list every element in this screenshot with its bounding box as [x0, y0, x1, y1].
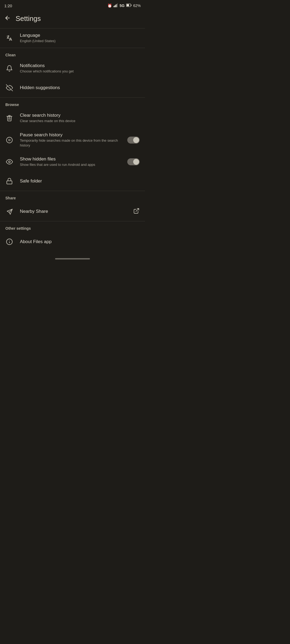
- notifications-text: Notifications Choose which notifications…: [20, 63, 140, 74]
- about-files-app-title: About Files app: [20, 239, 140, 244]
- lock-icon: [5, 178, 13, 185]
- nearby-icon: [5, 208, 13, 215]
- about-files-app-item[interactable]: About Files app: [0, 232, 145, 251]
- eye-off-icon: [5, 84, 13, 91]
- svg-rect-1: [115, 5, 115, 7]
- share-section-label: Share: [0, 191, 145, 202]
- show-hidden-files-text: Show hidden files Show files that are us…: [20, 156, 121, 167]
- language-title: Language: [20, 33, 140, 38]
- notifications-title: Notifications: [20, 63, 140, 68]
- battery-icon: [126, 3, 132, 8]
- svg-rect-2: [116, 4, 117, 7]
- alarm-icon: ⏰: [107, 3, 112, 8]
- external-link-icon: [133, 208, 140, 215]
- language-text: Language English (United States): [20, 33, 140, 43]
- other-settings-section: Other settings About Files app: [0, 221, 145, 251]
- home-indicator: [55, 258, 90, 259]
- status-time: 1:20: [4, 3, 12, 8]
- bell-icon: [5, 65, 13, 72]
- show-hidden-files-subtitle: Show files that are used to run Android …: [20, 162, 121, 167]
- nearby-share-text: Nearby Share: [20, 209, 127, 214]
- svg-point-9: [6, 137, 12, 143]
- show-hidden-files-title: Show hidden files: [20, 156, 121, 162]
- status-right: ⏰ 5G 62%: [107, 3, 141, 8]
- status-bar: 1:20 ⏰ 5G 62%: [0, 0, 145, 11]
- pause-search-history-toggle-knob: [133, 137, 139, 143]
- eye-icon: [5, 158, 13, 165]
- pause-search-history-item[interactable]: Pause search history Temporarily hide se…: [0, 128, 145, 152]
- clear-search-history-text: Clear search history Clear searches made…: [20, 113, 140, 123]
- safe-folder-text: Safe folder: [20, 178, 140, 184]
- pause-search-history-subtitle: Temporarily hide searches made on this d…: [20, 138, 121, 148]
- language-section: Language English (United States): [0, 28, 145, 48]
- battery-pct: 62%: [133, 3, 141, 8]
- pause-circle-icon: [5, 137, 13, 144]
- clean-section-label: Clean: [0, 48, 145, 59]
- pause-search-history-title: Pause search history: [20, 132, 121, 138]
- browse-section: Browse Clear search history Clear search…: [0, 98, 145, 191]
- hidden-suggestions-text: Hidden suggestions: [20, 85, 140, 90]
- svg-rect-5: [131, 5, 131, 6]
- svg-rect-6: [126, 4, 129, 6]
- safe-folder-item[interactable]: Safe folder: [0, 171, 145, 191]
- about-files-app-text: About Files app: [20, 239, 140, 244]
- pause-search-history-toggle[interactable]: [127, 137, 140, 144]
- svg-point-12: [9, 161, 10, 163]
- svg-rect-0: [114, 6, 114, 7]
- show-hidden-files-toggle-knob: [133, 159, 139, 165]
- nearby-share-title: Nearby Share: [20, 209, 127, 214]
- notifications-item[interactable]: Notifications Choose which notifications…: [0, 59, 145, 78]
- translate-icon: [5, 35, 13, 42]
- language-subtitle: English (United States): [20, 39, 140, 43]
- other-settings-label: Other settings: [0, 221, 145, 232]
- network-type: 5G: [119, 3, 125, 8]
- hidden-suggestions-item[interactable]: Hidden suggestions: [0, 78, 145, 97]
- safe-folder-title: Safe folder: [20, 178, 140, 184]
- hidden-suggestions-title: Hidden suggestions: [20, 85, 140, 90]
- page-title: Settings: [16, 14, 41, 23]
- back-button[interactable]: [4, 15, 11, 23]
- clear-search-history-subtitle: Clear searches made on this device: [20, 119, 140, 123]
- notifications-subtitle: Choose which notifications you get: [20, 69, 140, 74]
- show-hidden-files-item[interactable]: Show hidden files Show files that are us…: [0, 152, 145, 171]
- nearby-share-item[interactable]: Nearby Share: [0, 202, 145, 221]
- clean-section: Clean Notifications Choose which notific…: [0, 48, 145, 97]
- signal-icon: [114, 3, 118, 8]
- settings-header: Settings: [0, 11, 145, 28]
- svg-rect-13: [7, 181, 12, 184]
- pause-search-history-text: Pause search history Temporarily hide se…: [20, 132, 121, 148]
- svg-rect-3: [117, 3, 118, 7]
- show-hidden-files-toggle[interactable]: [127, 158, 140, 165]
- info-icon: [5, 238, 13, 245]
- clear-search-history-title: Clear search history: [20, 113, 140, 118]
- language-item[interactable]: Language English (United States): [0, 28, 145, 48]
- browse-section-label: Browse: [0, 98, 145, 108]
- svg-line-14: [136, 208, 139, 211]
- clear-search-history-item[interactable]: Clear search history Clear searches made…: [0, 108, 145, 128]
- share-section: Share Nearby Share: [0, 191, 145, 221]
- trash-icon: [5, 115, 13, 122]
